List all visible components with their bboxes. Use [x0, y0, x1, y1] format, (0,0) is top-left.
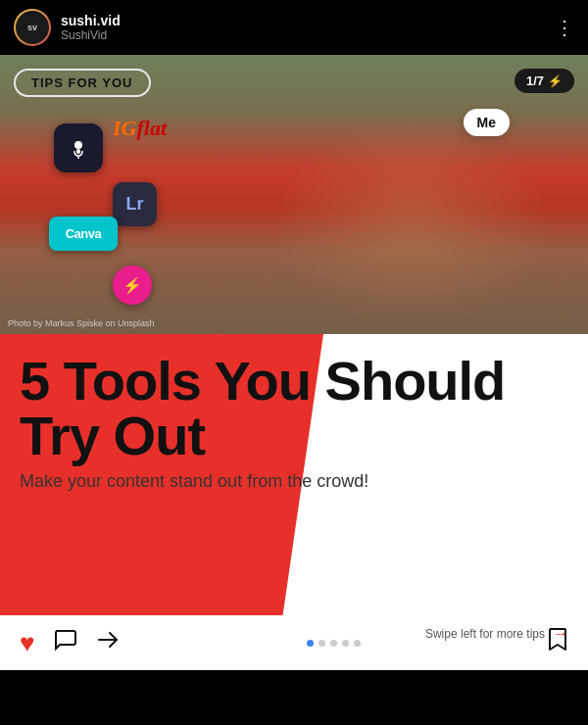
- text-block: 5 Tools You Should Try Out Make your con…: [20, 354, 568, 492]
- pink-app-icon: ⚡: [113, 266, 152, 305]
- lightroom-icon: Lr: [113, 182, 157, 226]
- card-container: TIPS FOR YOU 1/7 ⚡ IGflat: [0, 55, 588, 670]
- canva-icon: Canva: [49, 217, 118, 251]
- header-left: sv sushi.vid SushiVid: [14, 9, 121, 46]
- svg-point-0: [74, 141, 82, 149]
- avatar[interactable]: sv: [14, 9, 51, 46]
- me-bubble: Me: [464, 109, 510, 136]
- counter-icon: ⚡: [548, 74, 563, 88]
- counter-badge: 1/7 ⚡: [514, 69, 574, 93]
- swipe-text: Swipe left for more tips: [425, 627, 545, 641]
- subtitle: Make your content stand out from the cro…: [20, 471, 568, 492]
- photo-credit: Photo by Markus Spiske on Unsplash: [8, 318, 155, 328]
- avatar-inner: sv: [16, 11, 49, 44]
- swipe-hint: Swipe left for more tips →: [20, 625, 568, 651]
- ig-icon: IGflat: [113, 109, 167, 148]
- main-title-text: 5 Tools You Should Try Out: [20, 350, 505, 466]
- header: sv sushi.vid SushiVid ⋮: [0, 0, 588, 55]
- header-username: sushi.vid SushiVid: [61, 13, 121, 42]
- more-icon[interactable]: ⋮: [555, 18, 574, 37]
- main-title: 5 Tools You Should Try Out: [20, 354, 568, 463]
- mic-icon: [54, 123, 103, 172]
- swipe-arrow-icon: →: [553, 625, 568, 643]
- username: sushi.vid: [61, 13, 121, 28]
- counter-text: 1/7: [526, 73, 544, 88]
- tips-label: TIPS FOR YOU: [31, 75, 133, 90]
- tips-banner: TIPS FOR YOU: [14, 69, 151, 97]
- display-name: SushiVid: [61, 28, 121, 42]
- svg-rect-1: [76, 149, 80, 154]
